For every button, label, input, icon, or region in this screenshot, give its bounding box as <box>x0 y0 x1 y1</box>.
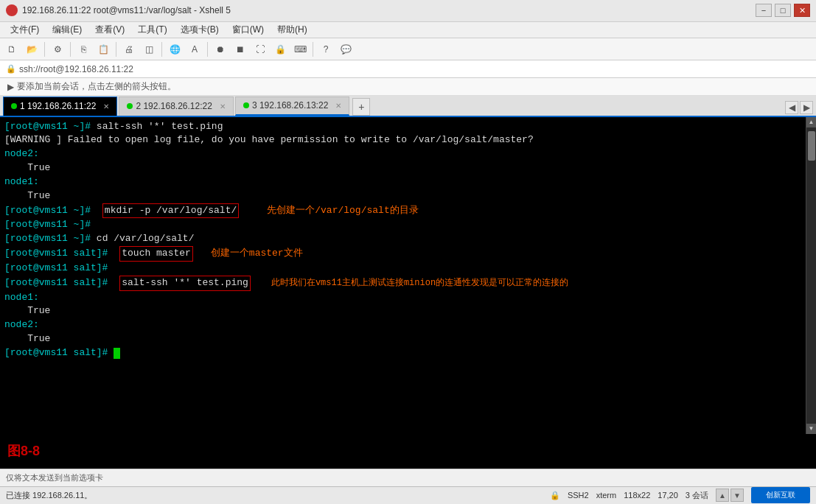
terminal-line-1: [root@vms11 ~]# salt-ssh '*' test.ping <box>4 120 801 134</box>
status-lock-icon: 🔒 <box>550 491 560 500</box>
terminal-cursor <box>114 348 120 359</box>
status-ssh: SSH2 <box>568 491 589 500</box>
minimize-button[interactable]: − <box>756 4 772 17</box>
menu-tools[interactable]: 工具(T) <box>132 22 172 38</box>
tab-1[interactable]: 1 192.168.26.11:22 ✕ <box>3 97 117 116</box>
terminal[interactable]: [root@vms11 ~]# salt-ssh '*' test.ping [… <box>0 117 806 434</box>
toolbar-new[interactable]: 🗋 <box>3 41 21 58</box>
scrollbar-up-button[interactable]: ▲ <box>806 117 817 127</box>
menu-file[interactable]: 文件(F) <box>4 22 45 38</box>
toolbar-print2[interactable]: ◫ <box>140 41 158 58</box>
close-button[interactable]: ✕ <box>794 4 810 17</box>
menu-edit[interactable]: 编辑(E) <box>46 22 88 38</box>
terminal-line-5: node1: <box>4 175 801 189</box>
toolbar-print[interactable]: 🖨 <box>120 41 138 58</box>
terminal-line-17: [root@vms11 salt]# <box>4 346 801 360</box>
status-connection: 已连接 192.168.26.11。 <box>6 490 92 501</box>
terminal-line-9: [root@vms11 ~]# cd /var/log/salt/ <box>4 232 801 246</box>
menu-view[interactable]: 查看(V) <box>89 22 130 38</box>
terminal-line-2: [WARNING ] Failed to open log file, do y… <box>4 133 801 147</box>
toolbar-chat[interactable]: 💬 <box>337 41 355 58</box>
info-bar: ▶ 要添加当前会话，点击左侧的箭头按钮。 <box>0 78 816 96</box>
toolbar-fullscreen[interactable]: ⛶ <box>251 41 269 58</box>
toolbar-sep5 <box>207 42 208 57</box>
status-right: 🔒 SSH2 xterm 118x22 17,20 3 会话 ▲ ▼ 创新互联 <box>550 487 810 503</box>
toolbar-sep1 <box>44 42 45 57</box>
window-title: 192.168.26.11:22 root@vms11:/var/log/sal… <box>22 5 231 15</box>
tab-1-label: 1 192.168.26.11:22 <box>20 101 96 111</box>
window-controls: − □ ✕ <box>756 4 810 17</box>
tab-2-dot <box>127 103 133 109</box>
terminal-line-15: node2: <box>4 318 801 332</box>
toolbar-paste[interactable]: 📋 <box>94 41 112 58</box>
toolbar-help[interactable]: ? <box>317 41 335 58</box>
terminal-line-3: node2: <box>4 147 801 161</box>
maximize-button[interactable]: □ <box>775 4 791 17</box>
tab-3-close[interactable]: ✕ <box>335 102 341 110</box>
toolbar-record[interactable]: ⏺ <box>212 41 229 58</box>
info-arrow-icon: ▶ <box>7 82 14 92</box>
terminal-line-6: True <box>4 189 801 203</box>
terminal-scrollbar: ▲ ▼ <box>806 117 816 434</box>
scrollbar-down-button[interactable]: ▼ <box>806 424 817 434</box>
status-pos: 17,20 <box>658 491 678 500</box>
status-term: xterm <box>596 491 617 500</box>
tab-2-close[interactable]: ✕ <box>220 102 226 111</box>
menu-window[interactable]: 窗口(W) <box>226 22 270 38</box>
tab-1-dot <box>11 103 17 109</box>
figure-label-area: 图8-8 <box>0 434 816 469</box>
title-bar-left: 192.168.26.11:22 root@vms11:/var/log/sal… <box>6 4 231 16</box>
terminal-line-8: [root@vms11 ~]# <box>4 218 801 232</box>
terminal-line-14: True <box>4 304 801 318</box>
status-sessions: 3 会话 <box>686 490 708 501</box>
tab-prev-button[interactable]: ◀ <box>785 101 798 114</box>
tab-bar: 1 192.168.26.11:22 ✕ 2 192.168.26.12:22 … <box>0 96 816 116</box>
toolbar-sep3 <box>116 42 116 57</box>
status-size: 118x22 <box>624 491 650 500</box>
toolbar-sep4 <box>161 42 162 57</box>
terminal-line-13: node1: <box>4 291 801 305</box>
terminal-line-10: [root@vms11 salt]# touch master创建一个maste… <box>4 246 801 262</box>
scrollbar-track <box>807 127 816 424</box>
terminal-line-12: [root@vms11 salt]# salt-ssh '*' test.pin… <box>4 276 801 291</box>
address-text[interactable]: ssh://root@192.168.26.11:22 <box>19 64 133 74</box>
toolbar-stop[interactable]: ⏹ <box>231 41 249 58</box>
toolbar-globe[interactable]: 🌐 <box>166 41 184 58</box>
terminal-line-16: True <box>4 332 801 346</box>
status-bar: 已连接 192.168.26.11。 🔒 SSH2 xterm 118x22 1… <box>0 486 816 504</box>
title-bar: 192.168.26.11:22 root@vms11:/var/log/sal… <box>0 0 816 22</box>
status-nav-up[interactable]: ▲ <box>716 489 729 502</box>
tab-2-label: 2 192.168.26.12:22 <box>136 101 212 111</box>
menu-tabs[interactable]: 选项卡(B) <box>175 22 225 38</box>
menu-bar: 文件(F) 编辑(E) 查看(V) 工具(T) 选项卡(B) 窗口(W) 帮助(… <box>0 22 816 38</box>
lock-icon: 🔒 <box>6 64 16 74</box>
info-text: 要添加当前会话，点击左侧的箭头按钮。 <box>17 80 176 93</box>
menu-help[interactable]: 帮助(H) <box>271 22 313 38</box>
toolbar: 🗋 📂 ⚙ ⎘ 📋 🖨 ◫ 🌐 A ⏺ ⏹ ⛶ 🔒 ⌨ ? 💬 <box>0 38 816 60</box>
address-bar: 🔒 ssh://root@192.168.26.11:22 <box>0 60 816 78</box>
bottom-bar: 仅将文本发送到当前选项卡 <box>0 469 816 486</box>
tab-next-button[interactable]: ▶ <box>800 101 813 114</box>
terminal-line-4: True <box>4 161 801 175</box>
toolbar-copy[interactable]: ⎘ <box>74 41 92 58</box>
tab-3-label: 3 192.168.26.13:22 <box>252 100 328 111</box>
tab-add-button[interactable]: + <box>352 98 370 116</box>
status-nav-down[interactable]: ▼ <box>730 489 744 502</box>
toolbar-lock[interactable]: 🔒 <box>271 41 289 58</box>
toolbar-sep6 <box>313 42 313 57</box>
app-window: 192.168.26.11:22 root@vms11:/var/log/sal… <box>0 0 816 504</box>
tab-nav: ◀ ▶ <box>785 101 813 114</box>
toolbar-open[interactable]: 📂 <box>23 41 41 58</box>
terminal-line-7: [root@vms11 ~]# mkdir -p /var/log/salt/先… <box>4 203 801 219</box>
toolbar-font[interactable]: A <box>186 41 203 58</box>
app-icon <box>6 4 18 16</box>
tab-2[interactable]: 2 192.168.26.12:22 ✕ <box>119 97 233 116</box>
toolbar-settings[interactable]: ⚙ <box>49 41 66 58</box>
tab-1-close[interactable]: ✕ <box>103 102 109 111</box>
tab-3[interactable]: 3 192.168.26.13:22 ✕ <box>235 97 349 116</box>
terminal-wrapper: [root@vms11 ~]# salt-ssh '*' test.ping [… <box>0 117 816 434</box>
status-nav-buttons: ▲ ▼ <box>716 489 744 502</box>
toolbar-kbd[interactable]: ⌨ <box>291 41 309 58</box>
toolbar-sep2 <box>70 42 71 57</box>
scrollbar-thumb[interactable] <box>808 131 815 161</box>
